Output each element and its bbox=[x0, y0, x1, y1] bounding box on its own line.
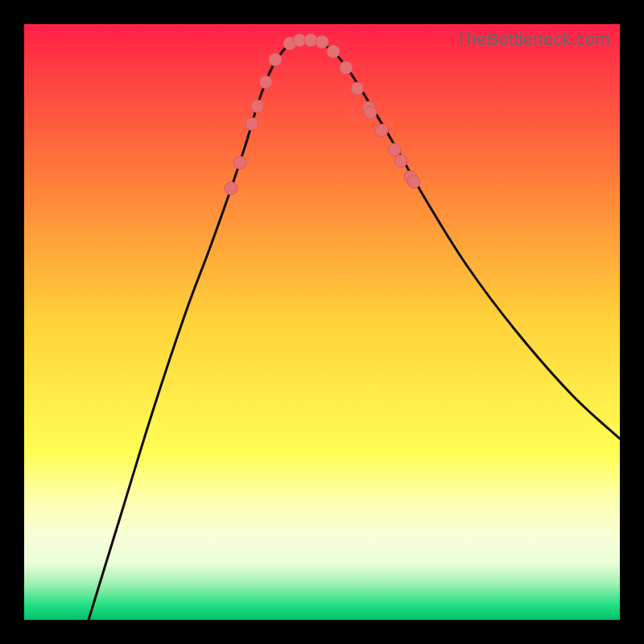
sample-point bbox=[351, 82, 364, 95]
sample-point bbox=[407, 175, 420, 188]
sample-point bbox=[388, 143, 401, 156]
sample-point bbox=[225, 182, 237, 195]
sample-point bbox=[259, 76, 272, 89]
sample-point bbox=[364, 106, 377, 119]
sample-point bbox=[340, 61, 353, 74]
sample-point bbox=[246, 118, 258, 130]
sample-point bbox=[394, 155, 407, 167]
plot-area: TheBottleneck.com bbox=[24, 24, 620, 620]
sample-point bbox=[251, 100, 264, 113]
sample-point bbox=[375, 124, 388, 137]
bottleneck-curve bbox=[89, 40, 620, 620]
sample-point bbox=[233, 156, 246, 169]
sample-point bbox=[304, 34, 317, 47]
sample-point bbox=[327, 45, 340, 58]
watermark-text: TheBottleneck.com bbox=[456, 29, 610, 50]
chart-frame: TheBottleneck.com bbox=[0, 0, 644, 644]
sample-point bbox=[269, 53, 282, 66]
sample-point bbox=[316, 35, 328, 48]
curve-layer bbox=[24, 24, 620, 620]
